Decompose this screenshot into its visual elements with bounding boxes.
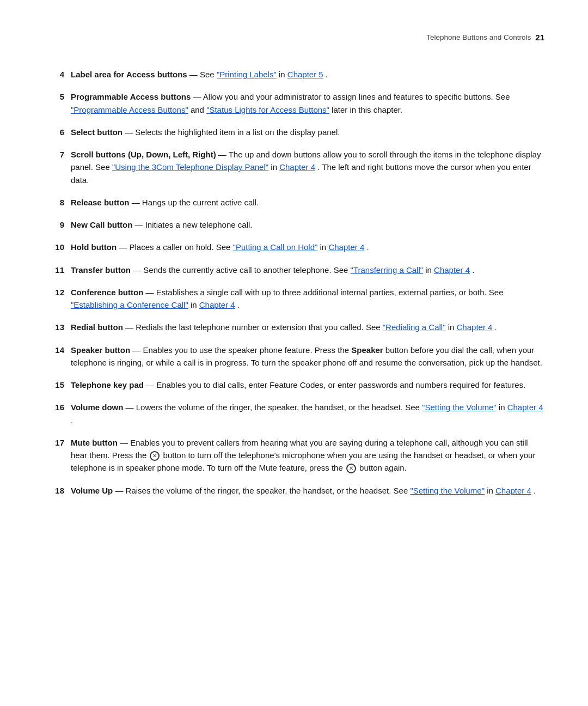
link-chapter5[interactable]: Chapter 5 <box>287 70 323 79</box>
link-printing-labels[interactable]: "Printing Labels" <box>217 70 277 79</box>
list-item: 9 New Call button — Initiates a new tele… <box>44 218 544 231</box>
list-item: 16 Volume down — Lowers the volume of th… <box>44 401 544 427</box>
item-number: 4 <box>44 68 71 81</box>
item-number: 7 <box>44 148 71 161</box>
item-content: Conference button — Establishes a single… <box>71 286 544 312</box>
item-number: 6 <box>44 126 71 138</box>
list-item: 5 Programmable Access buttons — Allow yo… <box>44 90 544 116</box>
list-item: 12 Conference button — Establishes a sin… <box>44 286 544 312</box>
list-item: 11 Transfer button — Sends the currently… <box>44 264 544 276</box>
item-bold: Conference button <box>71 288 143 297</box>
speaker-bold: Speaker <box>351 345 383 355</box>
link-volume-down[interactable]: "Setting the Volume" <box>422 403 497 412</box>
list-item: 4 Label area for Access buttons — See "P… <box>44 68 544 81</box>
list-item: 17 Mute button — Enables you to prevent … <box>44 436 544 474</box>
item-bold: Telephone key pad <box>71 380 144 389</box>
item-content: Volume Up — Raises the volume of the rin… <box>71 484 544 497</box>
item-content: Transfer button — Sends the currently ac… <box>71 264 544 276</box>
item-bold: Programmable Access buttons <box>71 92 191 101</box>
link-display-panel[interactable]: "Using the 3Com Telephone Display Panel" <box>112 162 268 172</box>
link-redial[interactable]: "Redialing a Call" <box>383 322 446 332</box>
list-item: 15 Telephone key pad — Enables you to di… <box>44 379 544 391</box>
page-container: Telephone Buttons and Controls 21 4 Labe… <box>0 0 588 539</box>
item-bold: Release button <box>71 198 130 207</box>
link-hold[interactable]: "Putting a Call on Hold" <box>233 242 318 252</box>
item-number: 14 <box>44 344 71 356</box>
list-item: 13 Redial button — Redials the last tele… <box>44 321 544 333</box>
link-chapter4-transfer[interactable]: Chapter 4 <box>434 265 470 275</box>
item-content: Release button — Hangs up the current ac… <box>71 196 544 209</box>
item-bold: Redial button <box>71 322 123 332</box>
link-conference[interactable]: "Establishing a Conference Call" <box>71 300 188 309</box>
mute-icon-2 <box>346 464 356 473</box>
item-content: New Call button — Initiates a new teleph… <box>71 218 544 231</box>
link-volume-up[interactable]: "Setting the Volume" <box>410 486 485 495</box>
list-item: 7 Scroll buttons (Up, Down, Left, Right)… <box>44 148 544 186</box>
link-chapter4-conference[interactable]: Chapter 4 <box>199 300 235 309</box>
item-number: 9 <box>44 218 71 231</box>
header-title: Telephone Buttons and Controls <box>426 33 531 41</box>
list-item: 6 Select button — Selects the highlighte… <box>44 126 544 138</box>
list-item: 10 Hold button — Places a caller on hold… <box>44 241 544 253</box>
item-number: 5 <box>44 90 71 103</box>
item-number: 13 <box>44 321 71 333</box>
item-content: Select button — Selects the highlighted … <box>71 126 544 138</box>
item-bold: Select button <box>71 127 122 137</box>
list-item: 14 Speaker button — Enables you to use t… <box>44 344 544 369</box>
item-content: Scroll buttons (Up, Down, Left, Right) —… <box>71 148 544 186</box>
item-content: Redial button — Redials the last telepho… <box>71 321 544 333</box>
item-bold: Scroll buttons (Up, Down, Left, Right) <box>71 150 216 159</box>
item-bold: Hold button <box>71 242 117 252</box>
item-bold: New Call button <box>71 220 132 229</box>
item-number: 10 <box>44 241 71 253</box>
item-content: Speaker button — Enables you to use the … <box>71 344 544 369</box>
mute-icon <box>150 451 160 461</box>
item-content: Hold button — Places a caller on hold. S… <box>71 241 544 253</box>
link-chapter4-volume-down[interactable]: Chapter 4 <box>507 403 543 412</box>
item-content: Label area for Access buttons — See "Pri… <box>71 68 544 81</box>
link-chapter4-hold[interactable]: Chapter 4 <box>328 242 364 252</box>
item-number: 17 <box>44 436 71 449</box>
item-number: 11 <box>44 264 71 276</box>
item-bold: Volume Up <box>71 486 113 495</box>
item-content: Programmable Access buttons — Allow you … <box>71 90 544 116</box>
item-bold: Speaker button <box>71 345 130 355</box>
item-number: 18 <box>44 484 71 497</box>
link-chapter4-redial[interactable]: Chapter 4 <box>457 322 493 332</box>
list-item: 8 Release button — Hangs up the current … <box>44 196 544 209</box>
link-transfer[interactable]: "Transferring a Call" <box>351 265 423 275</box>
link-chapter4-scroll[interactable]: Chapter 4 <box>279 162 315 172</box>
item-bold: Label area for Access buttons <box>71 70 187 79</box>
item-content: Mute button — Enables you to prevent cal… <box>71 436 544 474</box>
item-bold: Mute button <box>71 438 118 447</box>
page-header: Telephone Buttons and Controls 21 <box>44 33 544 42</box>
item-number: 16 <box>44 401 71 413</box>
link-programmable-access[interactable]: "Programmable Access Buttons" <box>71 105 188 114</box>
item-bold: Transfer button <box>71 265 131 275</box>
link-status-lights[interactable]: "Status Lights for Access Buttons" <box>206 105 329 114</box>
item-content: Telephone key pad — Enables you to dial … <box>71 379 544 391</box>
list-item: 18 Volume Up — Raises the volume of the … <box>44 484 544 497</box>
item-number: 8 <box>44 196 71 209</box>
link-chapter4-volume-up[interactable]: Chapter 4 <box>495 486 531 495</box>
page-number: 21 <box>535 33 544 42</box>
item-bold: Volume down <box>71 403 123 412</box>
item-number: 15 <box>44 379 71 391</box>
item-content: Volume down — Lowers the volume of the r… <box>71 401 544 427</box>
item-list: 4 Label area for Access buttons — See "P… <box>44 68 544 497</box>
item-number: 12 <box>44 286 71 299</box>
